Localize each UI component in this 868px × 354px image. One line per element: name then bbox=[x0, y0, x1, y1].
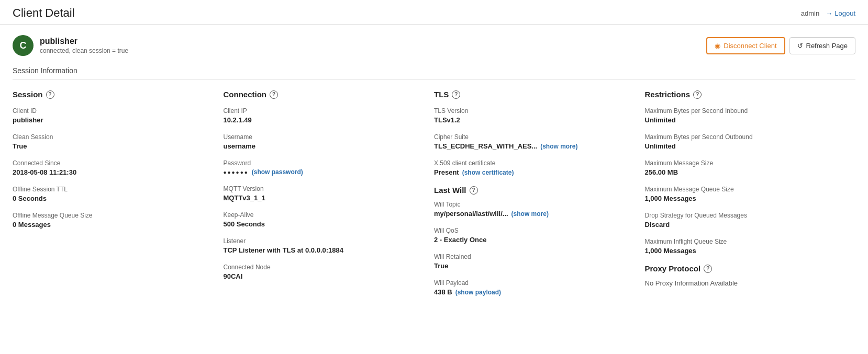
connection-column: Connection ? Client IP 10.2.1.49 Usernam… bbox=[224, 90, 435, 305]
listener-value: TCP Listener with TLS at 0.0.0.0:1884 bbox=[224, 246, 424, 254]
session-column: Session ? Client ID publisher Clean Sess… bbox=[13, 90, 224, 305]
connected-node-value: 90CAI bbox=[224, 272, 424, 280]
restrictions-help-icon[interactable]: ? bbox=[693, 90, 702, 99]
proxy-protocol-title: Proxy Protocol ? bbox=[645, 264, 845, 273]
last-will-help-icon[interactable]: ? bbox=[470, 186, 478, 195]
tls-title: TLS bbox=[434, 90, 449, 99]
will-retained-field: Will Retained True bbox=[434, 253, 635, 270]
show-password-link[interactable]: (show password) bbox=[252, 168, 303, 176]
max-bytes-inbound-value: Unlimited bbox=[645, 116, 845, 124]
mqtt-version-label: MQTT Version bbox=[224, 185, 424, 192]
client-id-label: Client ID bbox=[13, 107, 213, 115]
header-buttons: ◉ Disconnect Client ↺ Refresh Page bbox=[706, 37, 855, 54]
client-name: publisher bbox=[40, 37, 128, 46]
max-message-size-value: 256.00 MB bbox=[645, 168, 845, 176]
password-dots: ●●●●●● bbox=[224, 169, 249, 175]
client-info: C publisher connected, clean session = t… bbox=[13, 35, 128, 56]
mqtt-version-field: MQTT Version MQTTv3_1_1 bbox=[224, 185, 424, 202]
logout-link[interactable]: → Logout bbox=[826, 9, 855, 17]
max-message-size-field: Maximum Message Size 256.00 MB bbox=[645, 159, 845, 176]
will-retained-value: True bbox=[434, 262, 635, 270]
mqtt-version-value: MQTTv3_1_1 bbox=[224, 194, 424, 202]
offline-ttl-field: Offline Session TTL 0 Seconds bbox=[13, 186, 213, 202]
proxy-protocol-text: Proxy Protocol bbox=[645, 264, 701, 273]
max-queue-size-label: Maximum Message Queue Size bbox=[645, 186, 845, 193]
session-help-icon[interactable]: ? bbox=[46, 90, 54, 99]
will-topic-label: Will Topic bbox=[434, 201, 635, 208]
main-content: C publisher connected, clean session = t… bbox=[0, 25, 868, 316]
last-will-text: Last Will bbox=[434, 186, 466, 195]
disconnect-client-button[interactable]: ◉ Disconnect Client bbox=[706, 37, 785, 54]
drop-strategy-label: Drop Strategy for Queued Messages bbox=[645, 212, 845, 219]
listener-field: Listener TCP Listener with TLS at 0.0.0.… bbox=[224, 237, 424, 254]
will-qos-label: Will QoS bbox=[434, 227, 635, 234]
tls-version-label: TLS Version bbox=[434, 107, 635, 115]
clean-session-label: Clean Session bbox=[13, 133, 213, 141]
proxy-protocol-value-field: No Proxy Information Available bbox=[645, 279, 845, 287]
page-title: Client Detail bbox=[13, 6, 75, 20]
client-ip-field: Client IP 10.2.1.49 bbox=[224, 107, 424, 124]
client-ip-value: 10.2.1.49 bbox=[224, 116, 424, 124]
restrictions-header: Restrictions ? bbox=[645, 90, 845, 99]
proxy-protocol-help-icon[interactable]: ? bbox=[704, 265, 712, 273]
show-cipher-link[interactable]: (show more) bbox=[540, 143, 577, 150]
password-field: Password ●●●●●● (show password) bbox=[224, 159, 424, 176]
client-id-field: Client ID publisher bbox=[13, 107, 213, 124]
proxy-protocol-value: No Proxy Information Available bbox=[645, 279, 845, 287]
restrictions-column: Restrictions ? Maximum Bytes per Second … bbox=[645, 90, 856, 305]
info-grid: Session ? Client ID publisher Clean Sess… bbox=[13, 90, 855, 305]
password-value: ●●●●●● (show password) bbox=[224, 168, 424, 176]
client-header: C publisher connected, clean session = t… bbox=[13, 35, 855, 56]
max-bytes-outbound-label: Maximum Bytes per Second Outbound bbox=[645, 133, 845, 141]
cipher-suite-field: Cipher Suite TLS_ECDHE_RSA_WITH_AES... (… bbox=[434, 133, 635, 150]
cipher-suite-text: TLS_ECDHE_RSA_WITH_AES... bbox=[434, 142, 537, 150]
tls-version-value: TLSv1.2 bbox=[434, 116, 635, 124]
max-inflight-field: Maximum Inflight Queue Size 1,000 Messag… bbox=[645, 238, 845, 255]
will-topic-value: my/personal/last/will/... (show more) bbox=[434, 210, 635, 218]
tls-header: TLS ? bbox=[434, 90, 635, 99]
cipher-suite-value: TLS_ECDHE_RSA_WITH_AES... (show more) bbox=[434, 142, 635, 150]
tls-column: TLS ? TLS Version TLSv1.2 Cipher Suite T… bbox=[434, 90, 645, 305]
connected-node-label: Connected Node bbox=[224, 264, 424, 271]
client-id-value: publisher bbox=[13, 116, 213, 124]
refresh-label: Refresh Page bbox=[806, 42, 848, 50]
restrictions-title: Restrictions bbox=[645, 90, 691, 99]
connected-node-field: Connected Node 90CAI bbox=[224, 264, 424, 280]
will-payload-label: Will Payload bbox=[434, 279, 635, 287]
session-title: Session bbox=[13, 90, 43, 99]
keep-alive-field: Keep-Alive 500 Seconds bbox=[224, 211, 424, 228]
x509-text: Present bbox=[434, 168, 459, 176]
connection-title: Connection bbox=[224, 90, 267, 99]
offline-queue-label: Offline Message Queue Size bbox=[13, 212, 213, 219]
connected-since-field: Connected Since 2018-05-08 11:21:30 bbox=[13, 159, 213, 176]
will-topic-field: Will Topic my/personal/last/will/... (sh… bbox=[434, 201, 635, 218]
logout-label: Logout bbox=[834, 9, 855, 17]
clean-session-value: True bbox=[13, 142, 213, 150]
client-status: connected, clean session = true bbox=[40, 47, 128, 54]
max-bytes-outbound-value: Unlimited bbox=[645, 142, 845, 150]
tls-version-field: TLS Version TLSv1.2 bbox=[434, 107, 635, 124]
max-message-size-label: Maximum Message Size bbox=[645, 159, 845, 167]
max-inflight-label: Maximum Inflight Queue Size bbox=[645, 238, 845, 245]
offline-queue-value: 0 Messages bbox=[13, 221, 213, 229]
listener-label: Listener bbox=[224, 237, 424, 245]
logout-icon: → bbox=[826, 9, 832, 17]
max-queue-size-value: 1,000 Messages bbox=[645, 195, 845, 202]
x509-value: Present (show certificate) bbox=[434, 168, 635, 176]
will-qos-value: 2 - Exactly Once bbox=[434, 236, 635, 244]
show-payload-link[interactable]: (show payload) bbox=[455, 289, 501, 296]
show-certificate-link[interactable]: (show certificate) bbox=[462, 169, 514, 176]
drop-strategy-field: Drop Strategy for Queued Messages Discar… bbox=[645, 212, 845, 229]
username-value: username bbox=[224, 142, 424, 150]
will-retained-label: Will Retained bbox=[434, 253, 635, 260]
will-payload-field: Will Payload 438 B (show payload) bbox=[434, 279, 635, 296]
max-bytes-outbound-field: Maximum Bytes per Second Outbound Unlimi… bbox=[645, 133, 845, 150]
show-will-topic-link[interactable]: (show more) bbox=[511, 210, 549, 218]
connection-help-icon[interactable]: ? bbox=[270, 90, 278, 99]
drop-strategy-value: Discard bbox=[645, 221, 845, 229]
client-ip-label: Client IP bbox=[224, 107, 424, 115]
keep-alive-label: Keep-Alive bbox=[224, 211, 424, 219]
client-details: publisher connected, clean session = tru… bbox=[40, 37, 128, 54]
refresh-page-button[interactable]: ↺ Refresh Page bbox=[789, 37, 856, 54]
tls-help-icon[interactable]: ? bbox=[452, 90, 460, 99]
